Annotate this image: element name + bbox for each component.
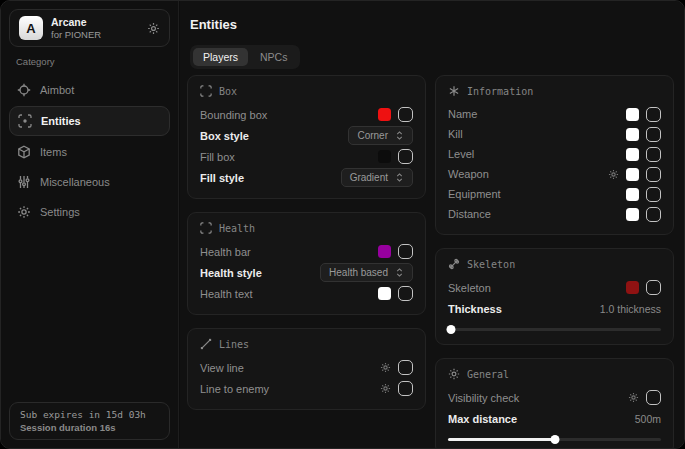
gear-icon[interactable] [608, 169, 619, 180]
panel-header: General [448, 368, 661, 380]
setting-label: Level [448, 148, 474, 160]
tab-npcs[interactable]: NPCs [250, 48, 297, 66]
crosshair-icon [17, 83, 31, 97]
setting-row: Visibility check [448, 387, 661, 408]
setting-label: Fill box [200, 151, 235, 163]
bounding-box-icon [200, 85, 212, 97]
cube-icon [17, 145, 31, 159]
sidebar-item-entities[interactable]: Entities [9, 106, 170, 136]
checkbox[interactable] [398, 381, 413, 396]
color-swatch[interactable] [378, 150, 391, 163]
sidebar-item-miscellaneous[interactable]: Miscellaneous [1, 168, 178, 196]
color-swatch[interactable] [626, 168, 639, 181]
sidebar-item-settings[interactable]: Settings [1, 198, 178, 226]
setting-label: Skeleton [448, 282, 491, 294]
box-style-select[interactable]: Corner [348, 126, 413, 145]
app-window: A Arcane for PIONER Category Aimbot [0, 0, 685, 449]
skeleton-panel: Skeleton Skeleton Thickness 1.0 thicknes… [435, 248, 674, 345]
sidebar-item-label: Aimbot [40, 84, 74, 96]
sun-icon [448, 368, 460, 380]
setting-row: Weapon [448, 164, 661, 184]
color-swatch[interactable] [378, 245, 391, 258]
setting-row: Health style Health based [200, 262, 413, 283]
fill-style-select[interactable]: Gradient [341, 168, 413, 187]
bounding-box-icon [200, 222, 212, 234]
gear-icon[interactable] [380, 362, 391, 373]
chevron-updown-icon [395, 131, 404, 140]
panel-header: Information [448, 85, 661, 97]
brand-text: Arcane for PIONER [51, 16, 139, 41]
color-swatch[interactable] [626, 108, 639, 121]
tab-bar: Players NPCs [190, 45, 300, 69]
setting-row: Max distance 500m [448, 408, 661, 429]
color-swatch[interactable] [378, 287, 391, 300]
gear-icon[interactable] [147, 22, 160, 35]
health-style-select[interactable]: Health based [320, 263, 413, 282]
setting-row: Name [448, 104, 661, 124]
setting-label: Health style [200, 267, 262, 279]
checkbox[interactable] [398, 149, 413, 164]
tab-players[interactable]: Players [193, 48, 248, 66]
max-distance-slider[interactable] [448, 434, 661, 444]
thickness-slider[interactable] [448, 324, 661, 334]
color-swatch[interactable] [626, 148, 639, 161]
checkbox[interactable] [646, 207, 661, 222]
sub-expiry-text: Sub expires in 15d 03h [20, 409, 159, 420]
color-swatch[interactable] [626, 188, 639, 201]
setting-label: Max distance [448, 413, 517, 425]
checkbox[interactable] [646, 187, 661, 202]
setting-label: Kill [448, 128, 463, 140]
color-swatch[interactable] [626, 208, 639, 221]
asterisk-icon [448, 85, 460, 97]
panel-title: Health [219, 223, 255, 234]
setting-label: Line to enemy [200, 383, 269, 395]
checkbox[interactable] [398, 286, 413, 301]
slider-value: 500m [635, 413, 661, 425]
setting-label: Name [448, 108, 477, 120]
sliders-icon [17, 175, 31, 189]
checkbox[interactable] [398, 360, 413, 375]
right-column: Information Name Kill [435, 75, 674, 449]
setting-label: Box style [200, 130, 249, 142]
checkbox[interactable] [646, 147, 661, 162]
color-swatch[interactable] [378, 108, 391, 121]
main-content: Entities Players NPCs Box Bounding box [180, 1, 684, 448]
setting-label: Equipment [448, 188, 501, 200]
setting-row: Fill box [200, 146, 413, 167]
box-panel: Box Bounding box Box style Corner [187, 75, 426, 199]
color-swatch[interactable] [626, 281, 639, 294]
setting-label: Thickness [448, 303, 502, 315]
setting-row: Skeleton [448, 277, 661, 298]
color-swatch[interactable] [626, 128, 639, 141]
line-icon [200, 338, 212, 350]
sidebar-item-items[interactable]: Items [1, 138, 178, 166]
setting-row: Bounding box [200, 104, 413, 125]
gear-icon[interactable] [380, 383, 391, 394]
checkbox[interactable] [646, 107, 661, 122]
setting-row: View line [200, 357, 413, 378]
setting-row: Fill style Gradient [200, 167, 413, 188]
sidebar-item-label: Settings [40, 206, 80, 218]
setting-label: Weapon [448, 168, 489, 180]
sidebar-item-label: Miscellaneous [40, 176, 110, 188]
checkbox[interactable] [646, 127, 661, 142]
chevron-updown-icon [395, 268, 404, 277]
panel-header: Health [200, 222, 413, 234]
gear-icon[interactable] [628, 392, 639, 403]
slider-thumb[interactable] [550, 435, 559, 444]
checkbox[interactable] [646, 167, 661, 182]
panel-header: Skeleton [448, 258, 661, 270]
checkbox[interactable] [646, 390, 661, 405]
checkbox[interactable] [646, 280, 661, 295]
setting-label: Fill style [200, 172, 244, 184]
sidebar-item-label: Items [40, 146, 67, 158]
sidebar-item-aimbot[interactable]: Aimbot [1, 76, 178, 104]
page-title: Entities [190, 17, 237, 32]
checkbox[interactable] [398, 107, 413, 122]
setting-row: Level [448, 144, 661, 164]
checkbox[interactable] [398, 244, 413, 259]
setting-row: Distance [448, 204, 661, 224]
slider-thumb[interactable] [447, 325, 456, 334]
setting-row: Health bar [200, 241, 413, 262]
lines-panel: Lines View line Line to enemy [187, 328, 426, 410]
